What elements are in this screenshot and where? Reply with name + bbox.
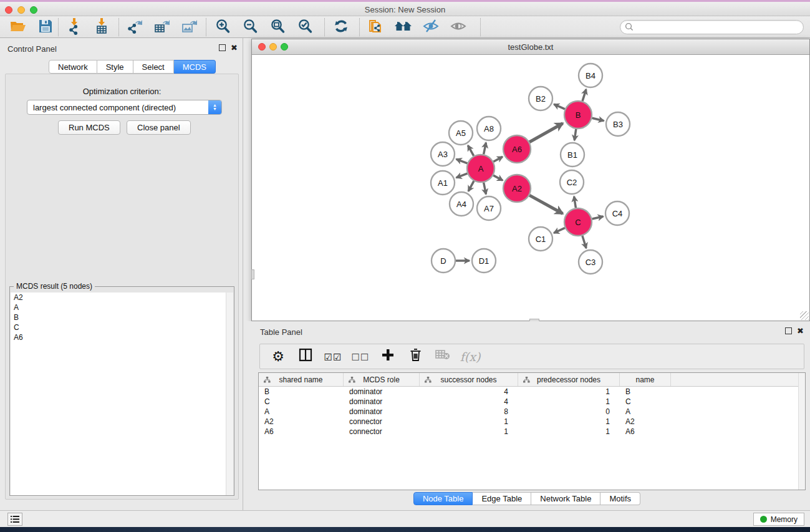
control-panel-close-icon[interactable]: ✖ [231,44,238,51]
export-network-button[interactable] [125,18,146,37]
table-cell[interactable]: connector [344,427,420,437]
table-scrollbar[interactable] [798,373,805,490]
zoom-in-button[interactable] [212,18,233,37]
table-cell[interactable]: 4 [420,387,518,397]
graph-node-B1[interactable]: B1 [561,143,584,167]
function-builder-button[interactable]: f(x) [461,347,480,366]
save-session-button[interactable] [35,18,56,37]
graph-edge-C-C1[interactable] [554,228,565,233]
table-cell[interactable]: 0 [518,407,620,417]
graph-edge-A-A8[interactable] [484,143,486,155]
zoom-fit-button[interactable] [267,18,288,37]
mcds-result-item[interactable]: A2 [11,293,226,302]
table-cell[interactable]: 8 [420,407,518,417]
column-header-predecessor-nodes[interactable]: predecessor nodes [518,373,620,386]
delete-table-button[interactable] [433,347,452,366]
mcds-result-item[interactable]: A6 [11,332,226,342]
table-row[interactable]: Bdominator41B [259,387,805,397]
graph-node-C2[interactable]: C2 [560,170,584,194]
graph-node-B4[interactable]: B4 [579,64,602,87]
optimization-criterion-dropdown[interactable]: largest connected component (directed) ▲… [27,100,222,115]
graph-node-C[interactable]: C [564,208,592,236]
graph-edge-A-A7[interactable] [484,183,486,195]
import-table-button[interactable] [92,18,113,37]
graph-edge-B-B3[interactable] [592,118,604,121]
graph-node-A8[interactable]: A8 [477,117,501,140]
graph-node-A4[interactable]: A4 [450,192,473,216]
delete-column-button[interactable] [406,347,425,366]
mcds-result-item[interactable]: A [11,302,226,312]
graph-edge-A-A6[interactable] [493,157,503,162]
table-cell[interactable]: A2 [620,417,671,427]
graph-node-D1[interactable]: D1 [472,249,496,273]
tab-network-table[interactable]: Network Table [531,492,600,505]
left-splitter-handle[interactable] [251,269,254,279]
memory-button[interactable]: Memory [753,513,804,526]
graph-edge-C-C3[interactable] [582,236,586,248]
open-session-button[interactable] [7,18,29,37]
table-cell[interactable]: dominator [344,387,420,397]
tab-network[interactable]: Network [49,60,97,74]
columns-button[interactable] [296,347,315,366]
graph-edge-C-C2[interactable] [574,196,576,208]
control-panel-float-button[interactable] [219,44,226,51]
run-mcds-button[interactable]: Run MCDS [58,120,120,135]
table-cell[interactable]: dominator [344,397,420,407]
graph-node-A3[interactable]: A3 [431,142,455,166]
table-cell[interactable]: C [620,397,671,407]
export-table-button[interactable] [152,18,173,37]
tab-motifs[interactable]: Motifs [600,492,640,505]
home-button[interactable] [393,18,414,37]
graph-edge-A-A3[interactable] [456,159,468,163]
table-cell[interactable]: A6 [259,427,344,437]
graph-node-A5[interactable]: A5 [449,121,473,145]
graph-edge-B-B4[interactable] [582,89,586,101]
deselect-all-button[interactable]: ☐☐ [351,347,370,366]
table-cell[interactable]: dominator [344,407,420,417]
graph-node-A1[interactable]: A1 [431,171,455,195]
tab-style[interactable]: Style [97,60,133,74]
window-resize-grip[interactable] [800,311,809,320]
graph-edge-A-A1[interactable] [456,173,468,178]
table-cell[interactable]: 1 [420,417,518,427]
graph-node-A6[interactable]: A6 [503,135,531,163]
table-row[interactable]: A2connector11A2 [259,417,805,427]
table-row[interactable]: Adominator80A [259,407,805,417]
table-cell[interactable]: 4 [420,397,518,407]
graph-node-C1[interactable]: C1 [529,227,552,251]
graph-edge-B-B2[interactable] [554,104,565,109]
graph-node-C4[interactable]: C4 [605,201,629,225]
search-input[interactable] [620,20,804,34]
table-cell[interactable]: connector [344,417,420,427]
select-all-button[interactable]: ☑☑ [324,347,342,366]
gear-button[interactable]: ⚙ [269,347,287,366]
clone-network-button[interactable] [365,18,387,37]
graph-edge-B-B1[interactable] [574,129,576,140]
table-cell[interactable]: A [259,407,344,417]
table-cell[interactable]: A [620,407,671,417]
table-panel-float-button[interactable] [785,327,792,334]
table-cell[interactable]: B [259,387,344,397]
network-canvas[interactable]: A5A8A3A1A4A7AA6A2B2B4BB3B1C2CC4C1C3DD1 [252,56,809,321]
table-row[interactable]: Cdominator41C [259,397,805,407]
graph-edge-C-C4[interactable] [592,216,604,219]
graph-node-B2[interactable]: B2 [529,87,552,110]
table-cell[interactable]: C [259,397,344,407]
graph-node-B[interactable]: B [564,101,592,128]
zoom-out-button[interactable] [239,18,261,37]
table-cell[interactable]: 1 [518,387,620,397]
tab-node-table[interactable]: Node Table [413,492,473,505]
table-cell[interactable]: A6 [620,427,671,437]
zoom-selected-button[interactable] [294,18,316,37]
mcds-result-item[interactable]: B [11,312,226,322]
show-hidden-button[interactable] [448,18,469,37]
graph-node-A2[interactable]: A2 [503,175,531,202]
graph-edge-A2-C[interactable] [529,195,562,213]
close-panel-button[interactable]: Close panel [127,120,191,135]
table-row[interactable]: A6connector11A6 [259,427,805,437]
table-cell[interactable]: 1 [518,427,620,437]
refresh-button[interactable] [330,18,352,37]
graph-node-B3[interactable]: B3 [606,112,630,136]
table-cell[interactable]: B [620,387,671,397]
graph-edge-A-A5[interactable] [468,145,473,156]
